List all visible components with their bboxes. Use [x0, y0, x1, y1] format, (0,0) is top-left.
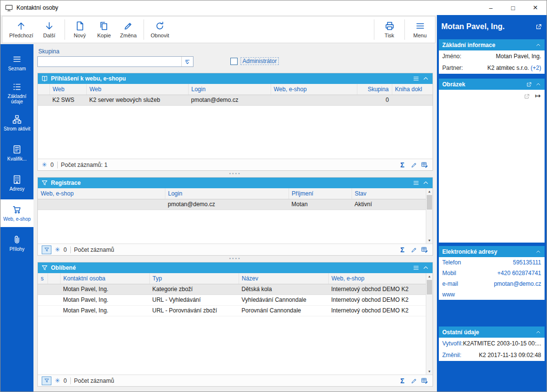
- column-header[interactable]: Kontaktní osoba: [60, 273, 149, 284]
- panel-menu-icon[interactable]: [413, 180, 419, 186]
- section-basic-info[interactable]: Základní informace: [439, 39, 545, 50]
- filter-toggle[interactable]: [42, 245, 51, 254]
- section-picture[interactable]: Obrázek: [439, 79, 545, 90]
- edit-record-icon[interactable]: [411, 377, 418, 384]
- open-image-icon[interactable]: [524, 93, 530, 99]
- column-header[interactable]: Login: [165, 188, 289, 199]
- scroll-down-icon[interactable]: ▼: [426, 368, 433, 375]
- bulk-edit-icon[interactable]: [421, 161, 429, 169]
- scroll-down-icon[interactable]: ▼: [426, 237, 433, 244]
- table-row[interactable]: K2 SWS K2 server webových služeb pmotan@…: [38, 95, 433, 105]
- column-header[interactable]: Web, e-shop: [271, 84, 357, 95]
- sidebar-item-strom-aktivit[interactable]: Strom aktivit: [0, 109, 33, 137]
- panel-splitter[interactable]: ••••: [37, 256, 433, 262]
- sidebar-item-zakladni-udaje[interactable]: Základní údaje: [0, 79, 33, 107]
- table-row[interactable]: Motan Pavel, Ing. Kategorie zboží Dětská…: [38, 284, 426, 294]
- phone-link[interactable]: 595135111: [513, 259, 541, 266]
- collapse-icon[interactable]: [422, 180, 429, 186]
- section-electronic-addresses[interactable]: Elektronické adresy: [439, 246, 545, 257]
- panel-splitter[interactable]: ••••: [37, 171, 433, 177]
- close-button[interactable]: ×: [524, 0, 547, 15]
- collapse-icon[interactable]: [535, 82, 541, 87]
- sum-icon[interactable]: Σ: [401, 377, 404, 385]
- column-header[interactable]: s: [38, 273, 48, 284]
- mobile-link[interactable]: +420 602874741: [498, 270, 541, 277]
- collapse-icon[interactable]: [422, 75, 429, 82]
- next-button[interactable]: Další: [37, 19, 62, 40]
- vertical-scrollbar[interactable]: ▲ ▼: [426, 273, 433, 375]
- menu-button[interactable]: Menu: [408, 19, 432, 40]
- scroll-thumb[interactable]: [427, 195, 432, 210]
- panel-registrations-header[interactable]: Registrace: [38, 178, 433, 188]
- frozen-records-icon[interactable]: ✳: [55, 377, 60, 384]
- column-header[interactable]: Typ: [149, 273, 239, 284]
- sidebar-item-web-eshop[interactable]: Web, e-shop: [0, 199, 33, 227]
- vertical-scrollbar[interactable]: ▲ ▼: [426, 188, 433, 244]
- open-picture-icon[interactable]: [526, 82, 532, 87]
- sidebar-item-kvalifikace[interactable]: Kvalifik...: [0, 139, 33, 167]
- panel-menu-icon[interactable]: [413, 75, 419, 82]
- edit-record-icon[interactable]: [411, 246, 418, 253]
- collapse-icon[interactable]: [535, 42, 541, 48]
- column-header[interactable]: Příjmení: [289, 188, 352, 199]
- collapse-icon[interactable]: [422, 264, 429, 271]
- filter-row: Skupina Administrátor: [37, 48, 433, 73]
- collapse-icon[interactable]: [535, 249, 541, 255]
- scroll-thumb[interactable]: [427, 280, 432, 294]
- cell: pmotan@demo.cz: [188, 95, 271, 105]
- fit-image-icon[interactable]: ↦: [535, 92, 541, 99]
- column-header[interactable]: Web, e-shop: [328, 273, 426, 284]
- group-filter-combobox[interactable]: [37, 56, 193, 67]
- frozen-records-icon[interactable]: ✳: [42, 162, 47, 168]
- new-button[interactable]: Nový: [68, 19, 92, 40]
- column-header[interactable]: Kniha dokl: [392, 84, 433, 95]
- partner-more-link[interactable]: (+2): [531, 65, 541, 71]
- sidebar-item-adresy[interactable]: Adresy: [0, 169, 33, 197]
- column-header[interactable]: Login: [188, 84, 271, 95]
- administrator-checkbox[interactable]: Administrátor: [230, 57, 279, 65]
- scroll-up-icon[interactable]: ▲: [426, 273, 433, 279]
- column-header[interactable]: [48, 273, 60, 284]
- maximize-button[interactable]: □: [502, 0, 524, 15]
- sidebar-item-seznam[interactable]: Seznam: [0, 49, 33, 77]
- column-header[interactable]: Web, e-shop: [38, 188, 165, 199]
- bulk-edit-icon[interactable]: [421, 377, 429, 385]
- change-button[interactable]: Změna: [116, 19, 141, 40]
- table-row[interactable]: Motan Pavel, Ing. URL - Porovnávání zbož…: [38, 305, 426, 316]
- table-row[interactable]: pmotan@demo.cz Motan Aktivní: [38, 199, 426, 210]
- scroll-up-icon[interactable]: ▲: [426, 188, 433, 195]
- bulk-edit-icon[interactable]: [421, 246, 429, 254]
- app-window: Kontaktní osoby – □ × Předchozí Další: [0, 0, 547, 392]
- dropdown-icon[interactable]: [181, 57, 193, 66]
- copy-button[interactable]: Kopie: [92, 19, 116, 40]
- group-filter-label: Skupina: [38, 48, 193, 55]
- section-other-info[interactable]: Ostatní údaje: [439, 327, 545, 338]
- sum-icon[interactable]: Σ: [401, 161, 404, 169]
- sum-icon[interactable]: Σ: [401, 246, 404, 254]
- column-header[interactable]: Název: [239, 273, 328, 284]
- open-detail-icon[interactable]: [535, 23, 542, 30]
- checkbox-box[interactable]: [230, 58, 238, 65]
- panel-menu-icon[interactable]: [413, 264, 419, 271]
- minimize-button[interactable]: –: [480, 0, 502, 15]
- print-button[interactable]: Tisk: [377, 19, 402, 40]
- frozen-records-icon[interactable]: ✳: [55, 246, 60, 253]
- sidebar-item-prilohy[interactable]: Přílohy: [0, 229, 33, 257]
- column-header[interactable]: Web: [49, 84, 86, 95]
- column-header[interactable]: [38, 84, 49, 95]
- table-row[interactable]: Motan Pavel, Ing. URL - Vyhledávání Vyhl…: [38, 294, 426, 305]
- collapse-icon[interactable]: [535, 329, 541, 335]
- scroll-track[interactable]: [426, 195, 433, 237]
- edit-record-icon[interactable]: [411, 162, 418, 168]
- email-link[interactable]: pmotan@demo.cz: [494, 280, 541, 287]
- filter-toggle[interactable]: [42, 376, 51, 385]
- panel-favorites-header[interactable]: Oblíbené: [38, 262, 433, 273]
- refresh-button[interactable]: Obnovit: [147, 19, 173, 40]
- column-header[interactable]: Skupina: [357, 84, 392, 95]
- column-header[interactable]: Web: [86, 84, 188, 95]
- previous-button[interactable]: Předchozí: [5, 19, 37, 40]
- scroll-track[interactable]: [426, 279, 433, 368]
- panel-web-logins-header[interactable]: Přihlášení k webu, e-shopu: [38, 73, 433, 84]
- column-header[interactable]: Stav: [352, 188, 426, 199]
- cell: [38, 199, 165, 210]
